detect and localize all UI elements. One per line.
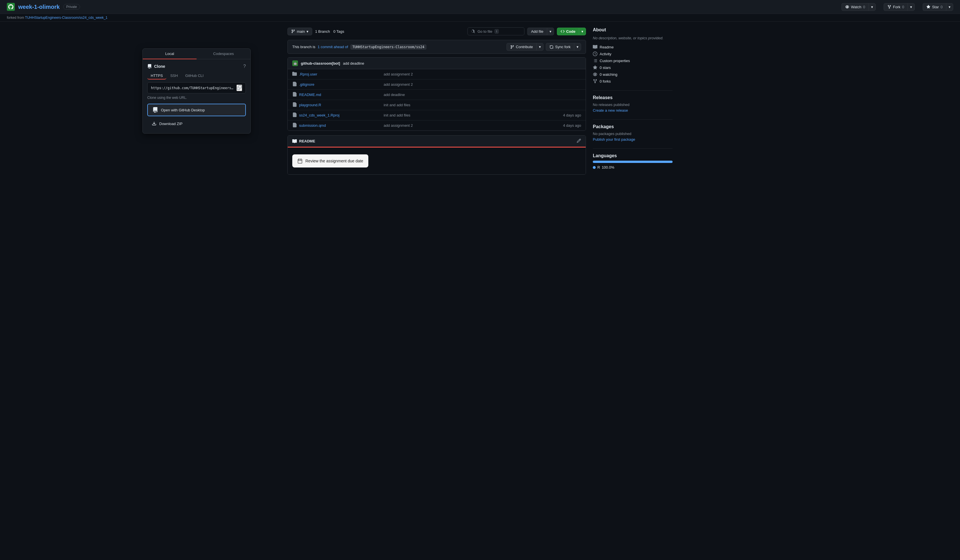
forks-link[interactable]: 0 forks bbox=[593, 79, 672, 83]
repo-logo-icon bbox=[7, 3, 15, 11]
folder-icon bbox=[292, 72, 297, 77]
sync-group: Sync fork ▾ bbox=[546, 43, 581, 51]
languages-title: Languages bbox=[593, 153, 672, 158]
file-name[interactable]: submission.qmd bbox=[299, 123, 384, 128]
readme-link[interactable]: Readme bbox=[593, 45, 672, 49]
file-commit: add assignment 2 bbox=[384, 82, 553, 86]
file-icon bbox=[292, 112, 297, 118]
contribute-caret[interactable]: ▾ bbox=[536, 43, 544, 51]
watch-button-group: Watch 0 ▾ bbox=[842, 3, 876, 11]
commit-banner: This branch is 1 commit ahead of TUHHSta… bbox=[288, 40, 586, 54]
repo-name[interactable]: week-1-olimork bbox=[18, 4, 60, 10]
activity-link[interactable]: Activity bbox=[593, 51, 672, 56]
file-name[interactable]: ss24_cds_week_1.Rproj bbox=[299, 113, 384, 117]
readme-title: README bbox=[292, 139, 315, 144]
languages-section: Languages R 100.0% bbox=[593, 153, 672, 170]
add-file-caret[interactable]: ▾ bbox=[547, 28, 554, 35]
about-links: Readme Activity Custom properties 0 star… bbox=[593, 45, 672, 83]
branch-selector[interactable]: main ▾ bbox=[288, 28, 312, 35]
file-name[interactable]: .gitignore bbox=[299, 82, 384, 86]
publish-package-link[interactable]: Publish your first package bbox=[593, 137, 635, 142]
star-button[interactable]: Star 0 bbox=[923, 3, 946, 11]
file-time: 4 days ago bbox=[553, 113, 581, 117]
file-name[interactable]: README.md bbox=[299, 93, 384, 97]
code-caret-button[interactable]: ▾ bbox=[579, 28, 586, 35]
contribute-button[interactable]: Contribute bbox=[507, 43, 536, 51]
sync-fork-button[interactable]: Sync fork bbox=[546, 43, 574, 51]
table-row[interactable]: submission.qmd add assignment 2 4 days a… bbox=[288, 120, 586, 130]
clone-tab-https[interactable]: HTTPS bbox=[147, 72, 166, 80]
about-title: About bbox=[593, 27, 672, 32]
table-row[interactable]: .gitignore add assignment 2 bbox=[288, 80, 586, 90]
ahead-commits-link[interactable]: 1 commit ahead of bbox=[318, 45, 348, 49]
language-item: R 100.0% bbox=[593, 165, 672, 170]
watch-caret-button[interactable]: ▾ bbox=[869, 3, 876, 11]
star-caret-button[interactable]: ▾ bbox=[946, 3, 953, 11]
file-commit: add assignment 2 bbox=[384, 72, 553, 76]
private-badge: Private bbox=[63, 4, 80, 10]
clone-tab-ssh[interactable]: SSH bbox=[167, 72, 181, 80]
tab-codespaces[interactable]: Codespaces bbox=[197, 49, 250, 59]
file-table: 🤖 github-classroom[bot] add deadline .Rp… bbox=[288, 57, 586, 131]
readme-header: README bbox=[288, 136, 586, 147]
copy-url-button[interactable] bbox=[237, 85, 242, 91]
language-bar bbox=[593, 161, 672, 163]
add-file-button[interactable]: Add file bbox=[527, 28, 547, 35]
watching-link[interactable]: 0 watching bbox=[593, 72, 672, 77]
divider bbox=[593, 90, 672, 91]
divider bbox=[593, 119, 672, 120]
watch-button[interactable]: Watch 0 bbox=[842, 3, 869, 11]
goto-file-search[interactable]: Go to file t bbox=[467, 27, 525, 35]
file-icon bbox=[292, 102, 297, 108]
create-release-link[interactable]: Create a new release bbox=[593, 108, 628, 112]
code-dropdown: Local Codespaces Clone ? HTTPS SSH GitHu… bbox=[142, 48, 251, 134]
edit-readme-button[interactable] bbox=[576, 138, 581, 144]
language-name: R bbox=[597, 165, 600, 170]
fork-source-link[interactable]: TUHHStartupEngineers-Classroom/ss24_cds_… bbox=[25, 16, 107, 20]
branch-count[interactable]: 1 Branch bbox=[315, 29, 330, 34]
branch-name: main bbox=[297, 29, 305, 34]
language-percent: 100.0% bbox=[602, 165, 614, 170]
no-packages-text: No packages published bbox=[593, 131, 672, 136]
tab-local[interactable]: Local bbox=[143, 49, 197, 59]
table-row[interactable]: ss24_cds_week_1.Rproj init and add files… bbox=[288, 110, 586, 120]
about-description: No description, website, or topics provi… bbox=[593, 36, 672, 40]
file-commit: init and add files bbox=[384, 103, 553, 107]
open-desktop-button[interactable]: Open with GitHub Desktop bbox=[147, 104, 246, 116]
packages-title: Packages bbox=[593, 124, 672, 129]
fork-caret-button[interactable]: ▾ bbox=[907, 3, 915, 11]
main-container: main ▾ 1 Branch 0 Tags Go to file t Add … bbox=[281, 22, 679, 180]
clone-help-button[interactable]: ? bbox=[243, 64, 246, 69]
clone-tab-cli[interactable]: GitHub CLI bbox=[182, 72, 207, 80]
file-commit: add assignment 2 bbox=[384, 123, 553, 128]
assignment-text: Review the assignment due date bbox=[306, 158, 363, 163]
sync-caret[interactable]: ▾ bbox=[574, 43, 581, 51]
commit-author[interactable]: github-classroom[bot] bbox=[301, 61, 340, 66]
table-row[interactable]: .Rproj.user add assignment 2 bbox=[288, 69, 586, 80]
file-commit: add deadline bbox=[384, 93, 553, 97]
fork-button[interactable]: Fork 0 bbox=[884, 3, 907, 11]
clone-header: Clone ? bbox=[147, 64, 246, 69]
top-header: week-1-olimork Private Watch 0 ▾ Fork 0 … bbox=[0, 0, 960, 14]
custom-properties-link[interactable]: Custom properties bbox=[593, 58, 672, 63]
packages-section: Packages No packages published Publish y… bbox=[593, 124, 672, 142]
add-file-group: Add file ▾ bbox=[527, 28, 554, 35]
dropdown-tabs: Local Codespaces bbox=[143, 49, 250, 59]
code-button[interactable]: Code bbox=[557, 28, 579, 35]
stars-link[interactable]: 0 stars bbox=[593, 65, 672, 70]
file-commit: init and add files bbox=[384, 113, 553, 117]
file-time: 4 days ago bbox=[553, 123, 581, 128]
latest-commit-row: 🤖 github-classroom[bot] add deadline bbox=[288, 58, 586, 69]
code-button-group: Code ▾ bbox=[557, 28, 586, 35]
toolbar: main ▾ 1 Branch 0 Tags Go to file t Add … bbox=[288, 27, 586, 35]
file-name[interactable]: playground.R bbox=[299, 103, 384, 107]
contribute-group: Contribute ▾ bbox=[507, 43, 544, 51]
readme-content: Review the assignment due date bbox=[288, 147, 586, 174]
releases-section: Releases No releases published Create a … bbox=[593, 95, 672, 112]
table-row[interactable]: README.md add deadline bbox=[288, 90, 586, 100]
table-row[interactable]: playground.R init and add files bbox=[288, 100, 586, 110]
file-name[interactable]: .Rproj.user bbox=[299, 72, 384, 76]
tag-count[interactable]: 0 Tags bbox=[333, 29, 344, 34]
commit-message: add deadline bbox=[343, 61, 364, 66]
download-zip-button[interactable]: Download ZIP bbox=[147, 118, 246, 129]
